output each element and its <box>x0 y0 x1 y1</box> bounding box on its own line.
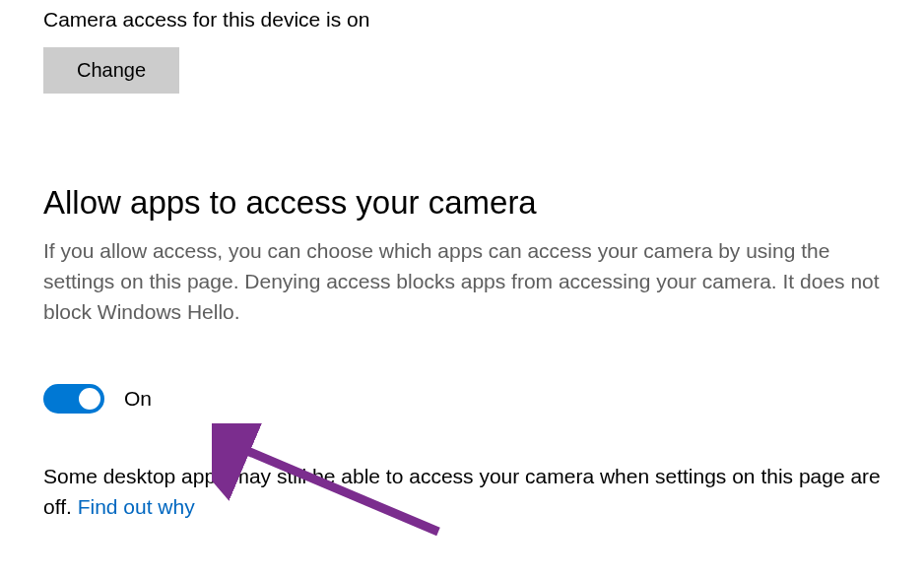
allow-apps-description: If you allow access, you can choose whic… <box>43 235 881 327</box>
desktop-apps-note: Some desktop apps may still be able to a… <box>43 461 881 522</box>
find-out-why-link[interactable]: Find out why <box>78 495 195 518</box>
allow-apps-toggle[interactable] <box>43 384 104 414</box>
device-access-status: Camera access for this device is on <box>43 8 881 32</box>
allow-apps-toggle-row: On <box>43 384 881 414</box>
toggle-state-label: On <box>124 387 152 411</box>
toggle-knob-icon <box>79 388 100 410</box>
change-button[interactable]: Change <box>43 47 179 94</box>
allow-apps-heading: Allow apps to access your camera <box>43 184 881 222</box>
